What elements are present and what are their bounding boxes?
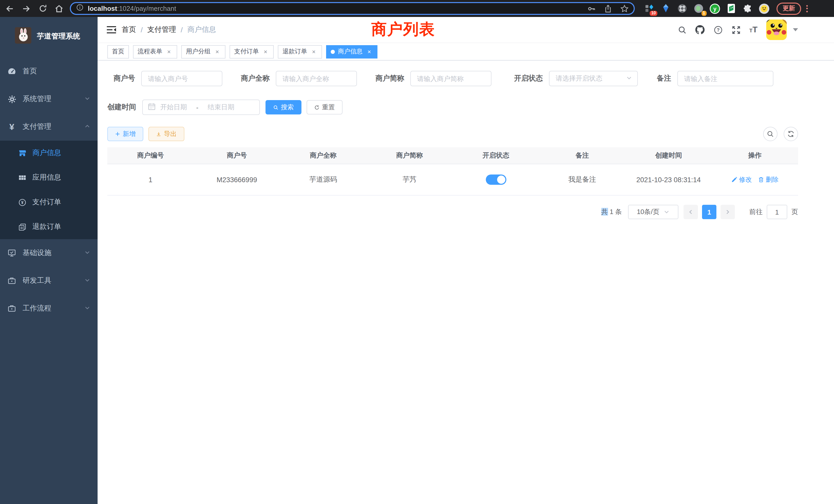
browser-home-icon[interactable] <box>54 4 64 13</box>
tab-process-form[interactable]: 流程表单× <box>133 45 177 58</box>
grid-icon <box>19 174 26 181</box>
toggle-search-icon[interactable] <box>763 127 777 141</box>
sidebar-item-system[interactable]: 系统管理 <box>0 85 97 113</box>
browser-update-button[interactable]: 更新 <box>776 2 801 15</box>
page-size-select[interactable]: 10条/页 <box>628 205 678 219</box>
tab-refund-order[interactable]: 退款订单× <box>278 45 322 58</box>
table-header-row: 商户编号 商户号 商户全称 商户简称 开启状态 备注 创建时间 操作 <box>107 147 798 164</box>
site-info-icon[interactable] <box>76 4 84 13</box>
extension-gem-icon[interactable] <box>660 3 671 14</box>
sidebar-item-merchant-info[interactable]: 商户信息 <box>0 141 97 165</box>
sidebar-item-workflow[interactable]: 工作流程 <box>0 295 97 322</box>
goto-label: 前往 <box>749 207 763 216</box>
browser-forward-icon[interactable] <box>22 4 31 13</box>
end-date-placeholder: 结束日期 <box>208 102 235 112</box>
sidebar-item-app-info[interactable]: 应用信息 <box>0 165 97 190</box>
browser-refresh-icon[interactable] <box>38 4 47 13</box>
header-search-icon[interactable] <box>677 25 687 35</box>
reset-button[interactable]: 重置 <box>307 100 343 114</box>
extension-y-icon[interactable]: y <box>710 3 720 14</box>
col-header: 商户编号 <box>107 151 194 160</box>
close-icon[interactable]: × <box>214 48 221 55</box>
extension-tabs-icon[interactable]: 10 <box>644 3 654 14</box>
url-bar[interactable]: localhost:1024/pay/merchant <box>70 2 635 15</box>
close-icon[interactable]: × <box>166 48 173 55</box>
sidebar-item-refund-order[interactable]: 退款订单 <box>0 214 97 239</box>
document-icon <box>19 223 26 231</box>
bookmark-star-icon[interactable] <box>620 4 629 13</box>
close-icon[interactable]: × <box>366 48 373 55</box>
chevron-down-icon <box>84 249 90 257</box>
user-avatar[interactable] <box>766 20 787 40</box>
add-button[interactable]: 新增 <box>107 127 143 141</box>
date-range-picker[interactable]: 开始日期 - 结束日期 <box>142 99 260 115</box>
cell-id: 1 <box>107 176 194 183</box>
chevron-down-icon <box>84 304 90 313</box>
tab-merchant-info[interactable]: 商户信息× <box>326 45 377 58</box>
briefcase-icon <box>8 304 16 313</box>
table-row: 1 M233666999 芋道源码 芋艿 我是备注 2021-10-23 08:… <box>107 164 798 196</box>
status-toggle[interactable] <box>486 175 506 185</box>
export-button[interactable]: 导出 <box>148 127 184 141</box>
sidebar-item-pay-order[interactable]: ¥ 支付订单 <box>0 190 97 214</box>
font-size-icon[interactable]: TT <box>749 25 758 35</box>
edit-link[interactable]: 修改 <box>731 175 752 184</box>
current-page-button[interactable]: 1 <box>702 205 717 219</box>
remark-label: 备注 <box>650 74 671 83</box>
profile-emoji-icon[interactable] <box>759 3 769 14</box>
sidebar-item-label: 首页 <box>23 67 37 76</box>
yen-circle-icon: ¥ <box>19 198 26 206</box>
sidebar-item-payment[interactable]: ¥ 支付管理 <box>0 113 97 141</box>
svg-text:¥: ¥ <box>21 200 24 205</box>
close-icon[interactable]: × <box>262 48 269 55</box>
extension-command-icon[interactable] <box>677 3 687 14</box>
sidebar-collapse-icon[interactable] <box>106 25 116 35</box>
sidebar-item-dev-tools[interactable]: 研发工具 <box>0 267 97 295</box>
sidebar-item-label: 工作流程 <box>23 304 51 313</box>
refresh-table-icon[interactable] <box>784 127 798 141</box>
browser-back-icon[interactable] <box>5 4 14 13</box>
github-icon[interactable] <box>695 25 705 35</box>
tags-view: 首页 流程表单× 用户分组× 支付订单× 退款订单× 商户信息× <box>97 43 834 61</box>
close-icon[interactable]: × <box>310 48 317 55</box>
share-icon[interactable] <box>604 4 612 13</box>
payment-submenu: 商户信息 应用信息 ¥ 支付订单 <box>0 141 97 239</box>
app-title: 芋道管理系统 <box>37 32 80 41</box>
browser-menu-icon[interactable] <box>806 5 812 12</box>
breadcrumb-payment[interactable]: 支付管理 <box>147 25 176 35</box>
chevron-left-icon <box>688 209 694 215</box>
gear-icon <box>8 95 16 103</box>
password-key-icon[interactable] <box>588 4 596 13</box>
tab-user-group[interactable]: 用户分组× <box>181 45 225 58</box>
col-header: 商户全称 <box>280 151 367 160</box>
extension-proxy-icon[interactable]: 1 <box>693 3 704 14</box>
url-text: localhost:1024/pay/merchant <box>88 5 176 12</box>
remark-input[interactable] <box>677 71 773 86</box>
chevron-down-icon <box>84 95 90 103</box>
prev-page-button[interactable] <box>683 205 698 219</box>
cell-short-name: 芋艿 <box>367 175 453 184</box>
chevron-down-icon <box>663 209 670 215</box>
merchant-page: 商户号 商户全称 商户简称 开启状态 请选择开启状态 <box>97 61 798 219</box>
search-button[interactable]: 搜索 <box>265 100 302 114</box>
sidebar-item-home[interactable]: 首页 <box>0 58 97 85</box>
breadcrumb-home[interactable]: 首页 <box>122 25 136 35</box>
yen-icon: ¥ <box>8 123 16 131</box>
goto-page-input[interactable] <box>767 205 787 219</box>
next-page-button[interactable] <box>721 205 735 219</box>
full-name-input[interactable] <box>276 71 357 86</box>
extension-notes-icon[interactable] <box>726 3 737 14</box>
delete-link[interactable]: 删除 <box>758 175 778 184</box>
status-select[interactable]: 请选择开启状态 <box>549 71 638 86</box>
tab-home[interactable]: 首页 <box>107 45 129 58</box>
tab-pay-order[interactable]: 支付订单× <box>229 45 274 58</box>
merchant-no-input[interactable] <box>141 71 222 86</box>
extensions-puzzle-icon[interactable] <box>743 3 753 14</box>
help-icon[interactable]: ? <box>713 25 723 35</box>
short-name-input[interactable] <box>410 71 491 86</box>
fullscreen-icon[interactable] <box>731 25 741 35</box>
app-logo[interactable]: 芋道管理系统 <box>0 17 97 51</box>
avatar-caret-icon[interactable] <box>793 28 798 31</box>
sidebar-item-infra[interactable]: 基础设施 <box>0 239 97 267</box>
col-header: 商户简称 <box>367 151 453 160</box>
